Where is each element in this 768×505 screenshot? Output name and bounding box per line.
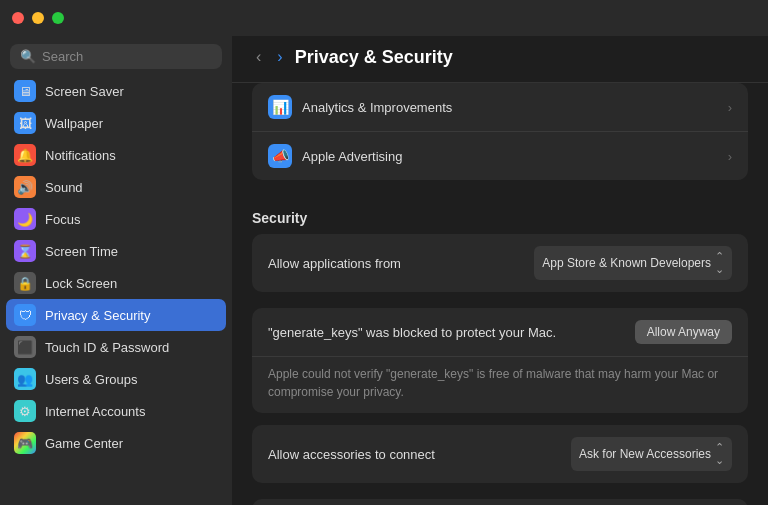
apple-advertising-chevron: › [728, 149, 732, 164]
apple-advertising-label: Apple Advertising [302, 149, 402, 164]
main-content: ‹ › Privacy & Security 📊 Analytics & Imp… [232, 0, 768, 505]
allow-apps-row[interactable]: Allow applications from App Store & Know… [252, 234, 748, 292]
sidebar-label-touch-id: Touch ID & Password [45, 340, 169, 355]
accessories-card: Allow accessories to connect Ask for New… [252, 425, 748, 483]
back-button[interactable]: ‹ [252, 46, 265, 68]
touch-id-icon: ⬛ [14, 336, 36, 358]
sidebar-label-sound: Sound [45, 180, 83, 195]
analytics-chevron: › [728, 100, 732, 115]
screen-time-icon: ⌛ [14, 240, 36, 262]
sidebar-item-wallpaper[interactable]: 🖼 Wallpaper [6, 107, 226, 139]
analytics-label: Analytics & Improvements [302, 100, 452, 115]
sidebar-label-game-center: Game Center [45, 436, 123, 451]
analytics-icon: 📊 [268, 95, 292, 119]
sidebar-item-lock-screen[interactable]: 🔒 Lock Screen [6, 267, 226, 299]
sidebar: 🔍 Search 🖥 Screen Saver 🖼 Wallpaper 🔔 No… [0, 0, 232, 505]
allow-anyway-button[interactable]: Allow Anyway [635, 320, 732, 344]
sidebar-item-internet-accounts[interactable]: ⚙ Internet Accounts [6, 395, 226, 427]
search-placeholder: Search [42, 49, 83, 64]
sidebar-item-touch-id[interactable]: ⬛ Touch ID & Password [6, 331, 226, 363]
sidebar-label-notifications: Notifications [45, 148, 116, 163]
allow-apps-value: App Store & Known Developers [542, 256, 711, 270]
blocked-sub-text: Apple could not verify "generate_keys" i… [252, 357, 748, 413]
users-groups-icon: 👥 [14, 368, 36, 390]
sidebar-item-notifications[interactable]: 🔔 Notifications [6, 139, 226, 171]
sidebar-label-screen-saver: Screen Saver [45, 84, 124, 99]
internet-accounts-icon: ⚙ [14, 400, 36, 422]
sidebar-item-sound[interactable]: 🔊 Sound [6, 171, 226, 203]
main-header: ‹ › Privacy & Security [232, 36, 768, 83]
lock-screen-icon: 🔒 [14, 272, 36, 294]
allow-apps-chevron-icon: ⌃⌄ [715, 250, 724, 276]
accessories-value: Ask for New Accessories [579, 447, 711, 461]
notifications-icon: 🔔 [14, 144, 36, 166]
page-title: Privacy & Security [295, 47, 453, 68]
forward-button[interactable]: › [273, 46, 286, 68]
allow-apps-label: Allow applications from [268, 256, 401, 271]
filevault-row[interactable]: 🔒 FileVault On › [252, 499, 748, 505]
sidebar-item-game-center[interactable]: 🎮 Game Center [6, 427, 226, 459]
sidebar-label-lock-screen: Lock Screen [45, 276, 117, 291]
content-body: 📊 Analytics & Improvements › 📣 Apple Adv… [232, 83, 768, 505]
accessories-select[interactable]: Ask for New Accessories ⌃⌄ [571, 437, 732, 471]
sidebar-label-internet-accounts: Internet Accounts [45, 404, 145, 419]
wallpaper-icon: 🖼 [14, 112, 36, 134]
sidebar-item-users-groups[interactable]: 👥 Users & Groups [6, 363, 226, 395]
sidebar-label-privacy-security: Privacy & Security [45, 308, 150, 323]
analytics-advertising-card: 📊 Analytics & Improvements › 📣 Apple Adv… [252, 83, 748, 180]
sidebar-item-focus[interactable]: 🌙 Focus [6, 203, 226, 235]
sidebar-item-privacy-security[interactable]: 🛡 Privacy & Security [6, 299, 226, 331]
screen-saver-icon: 🖥 [14, 80, 36, 102]
analytics-row-left: 📊 Analytics & Improvements [268, 95, 452, 119]
blocked-message: "generate_keys" was blocked to protect y… [268, 325, 556, 340]
sidebar-label-wallpaper: Wallpaper [45, 116, 103, 131]
search-icon: 🔍 [20, 49, 36, 64]
sidebar-label-screen-time: Screen Time [45, 244, 118, 259]
blocked-main-row: "generate_keys" was blocked to protect y… [252, 308, 748, 357]
privacy-security-icon: 🛡 [14, 304, 36, 326]
minimize-button[interactable] [32, 12, 44, 24]
sidebar-item-screen-time[interactable]: ⌛ Screen Time [6, 235, 226, 267]
accessories-row[interactable]: Allow accessories to connect Ask for New… [252, 425, 748, 483]
titlebar [0, 0, 768, 36]
game-center-icon: 🎮 [14, 432, 36, 454]
security-section-header: Security [252, 196, 748, 234]
accessories-chevron-icon: ⌃⌄ [715, 441, 724, 467]
focus-icon: 🌙 [14, 208, 36, 230]
apple-advertising-row[interactable]: 📣 Apple Advertising › [252, 132, 748, 180]
accessories-label: Allow accessories to connect [268, 447, 435, 462]
sidebar-item-screen-saver[interactable]: 🖥 Screen Saver [6, 75, 226, 107]
sidebar-label-users-groups: Users & Groups [45, 372, 137, 387]
allow-apps-select[interactable]: App Store & Known Developers ⌃⌄ [534, 246, 732, 280]
filevault-lockdown-card: 🔒 FileVault On › 🛡 Lockdown Mode Off › [252, 499, 748, 505]
sidebar-list: 🖥 Screen Saver 🖼 Wallpaper 🔔 Notificatio… [0, 75, 232, 505]
allow-apps-card: Allow applications from App Store & Know… [252, 234, 748, 292]
search-bar[interactable]: 🔍 Search [10, 44, 222, 69]
apple-advertising-row-left: 📣 Apple Advertising [268, 144, 402, 168]
analytics-row[interactable]: 📊 Analytics & Improvements › [252, 83, 748, 132]
close-button[interactable] [12, 12, 24, 24]
apple-advertising-icon: 📣 [268, 144, 292, 168]
blocked-card: "generate_keys" was blocked to protect y… [252, 308, 748, 413]
sidebar-label-focus: Focus [45, 212, 80, 227]
sound-icon: 🔊 [14, 176, 36, 198]
fullscreen-button[interactable] [52, 12, 64, 24]
